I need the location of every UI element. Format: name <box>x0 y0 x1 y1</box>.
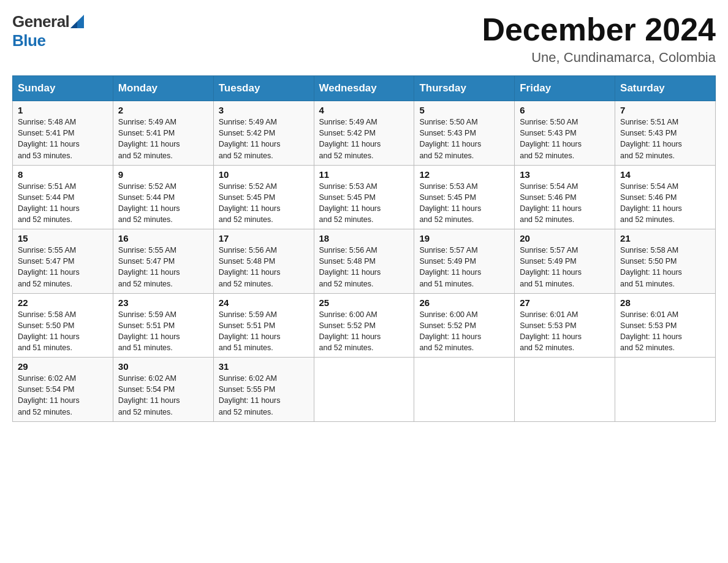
day-info: Sunrise: 5:53 AMSunset: 5:45 PMDaylight:… <box>419 181 509 226</box>
day-header-sunday: Sunday <box>13 76 113 101</box>
day-info: Sunrise: 5:50 AMSunset: 5:43 PMDaylight:… <box>520 117 610 161</box>
day-info: Sunrise: 5:57 AMSunset: 5:49 PMDaylight:… <box>520 245 610 289</box>
day-header-thursday: Thursday <box>414 76 515 101</box>
day-info: Sunrise: 5:56 AMSunset: 5:48 PMDaylight:… <box>319 245 409 289</box>
calendar-cell: 5Sunrise: 5:50 AMSunset: 5:43 PMDaylight… <box>414 101 515 166</box>
calendar-header-row: SundayMondayTuesdayWednesdayThursdayFrid… <box>13 76 716 101</box>
calendar-cell: 28Sunrise: 6:01 AMSunset: 5:53 PMDayligh… <box>615 293 716 358</box>
svg-marker-1 <box>70 21 77 28</box>
calendar-cell: 21Sunrise: 5:58 AMSunset: 5:50 PMDayligh… <box>615 229 716 294</box>
day-number: 2 <box>118 105 208 115</box>
day-info: Sunrise: 5:50 AMSunset: 5:43 PMDaylight:… <box>419 117 509 161</box>
day-info: Sunrise: 5:49 AMSunset: 5:42 PMDaylight:… <box>219 117 309 161</box>
day-number: 6 <box>520 105 610 115</box>
day-number: 30 <box>118 361 208 372</box>
day-number: 28 <box>620 297 710 308</box>
calendar-cell: 31Sunrise: 6:02 AMSunset: 5:55 PMDayligh… <box>213 358 314 422</box>
day-number: 9 <box>118 169 208 180</box>
day-info: Sunrise: 5:54 AMSunset: 5:46 PMDaylight:… <box>620 181 710 226</box>
calendar-cell: 18Sunrise: 5:56 AMSunset: 5:48 PMDayligh… <box>314 229 414 294</box>
day-number: 11 <box>319 169 409 180</box>
calendar-cell: 15Sunrise: 5:55 AMSunset: 5:47 PMDayligh… <box>13 229 113 294</box>
day-info: Sunrise: 6:02 AMSunset: 5:54 PMDaylight:… <box>18 373 108 418</box>
calendar-cell: 10Sunrise: 5:52 AMSunset: 5:45 PMDayligh… <box>213 165 314 229</box>
logo-blue-text: Blue <box>12 31 45 50</box>
day-header-saturday: Saturday <box>615 76 716 101</box>
calendar-cell <box>615 358 716 422</box>
calendar-cell: 24Sunrise: 5:59 AMSunset: 5:51 PMDayligh… <box>213 293 314 358</box>
calendar-cell: 20Sunrise: 5:57 AMSunset: 5:49 PMDayligh… <box>515 229 615 294</box>
calendar-title: December 2024 <box>482 12 716 47</box>
calendar-week-row: 15Sunrise: 5:55 AMSunset: 5:47 PMDayligh… <box>13 229 716 294</box>
calendar-cell: 11Sunrise: 5:53 AMSunset: 5:45 PMDayligh… <box>314 165 414 229</box>
calendar-cell: 16Sunrise: 5:55 AMSunset: 5:47 PMDayligh… <box>113 229 213 294</box>
calendar-cell: 26Sunrise: 6:00 AMSunset: 5:52 PMDayligh… <box>414 293 515 358</box>
day-header-monday: Monday <box>113 76 213 101</box>
calendar-cell: 13Sunrise: 5:54 AMSunset: 5:46 PMDayligh… <box>515 165 615 229</box>
calendar-cell: 3Sunrise: 5:49 AMSunset: 5:42 PMDaylight… <box>213 101 314 166</box>
day-number: 8 <box>18 169 108 180</box>
day-number: 17 <box>219 233 309 243</box>
day-info: Sunrise: 5:58 AMSunset: 5:50 PMDaylight:… <box>18 309 108 354</box>
day-info: Sunrise: 5:49 AMSunset: 5:42 PMDaylight:… <box>319 117 409 161</box>
day-header-wednesday: Wednesday <box>314 76 414 101</box>
day-number: 15 <box>18 233 108 243</box>
calendar-cell <box>414 358 515 422</box>
calendar-week-row: 22Sunrise: 5:58 AMSunset: 5:50 PMDayligh… <box>13 293 716 358</box>
day-info: Sunrise: 5:58 AMSunset: 5:50 PMDaylight:… <box>620 245 710 289</box>
day-number: 13 <box>520 169 610 180</box>
day-info: Sunrise: 5:53 AMSunset: 5:45 PMDaylight:… <box>319 181 409 226</box>
calendar-week-row: 29Sunrise: 6:02 AMSunset: 5:54 PMDayligh… <box>13 358 716 422</box>
day-info: Sunrise: 5:51 AMSunset: 5:44 PMDaylight:… <box>18 181 108 226</box>
day-info: Sunrise: 6:01 AMSunset: 5:53 PMDaylight:… <box>520 309 610 354</box>
day-number: 19 <box>419 233 509 243</box>
calendar-cell: 1Sunrise: 5:48 AMSunset: 5:41 PMDaylight… <box>13 101 113 166</box>
day-number: 3 <box>219 105 309 115</box>
calendar-week-row: 1Sunrise: 5:48 AMSunset: 5:41 PMDaylight… <box>13 101 716 166</box>
day-header-tuesday: Tuesday <box>213 76 314 101</box>
calendar-cell: 30Sunrise: 6:02 AMSunset: 5:54 PMDayligh… <box>113 358 213 422</box>
calendar-cell: 25Sunrise: 6:00 AMSunset: 5:52 PMDayligh… <box>314 293 414 358</box>
calendar-location: Une, Cundinamarca, Colombia <box>482 50 716 66</box>
calendar-cell: 19Sunrise: 5:57 AMSunset: 5:49 PMDayligh… <box>414 229 515 294</box>
day-number: 20 <box>520 233 610 243</box>
day-number: 5 <box>419 105 509 115</box>
calendar-cell: 29Sunrise: 6:02 AMSunset: 5:54 PMDayligh… <box>13 358 113 422</box>
day-number: 25 <box>319 297 409 308</box>
day-number: 14 <box>620 169 710 180</box>
day-number: 26 <box>419 297 509 308</box>
day-number: 4 <box>319 105 409 115</box>
day-info: Sunrise: 6:00 AMSunset: 5:52 PMDaylight:… <box>319 309 409 354</box>
day-info: Sunrise: 5:59 AMSunset: 5:51 PMDaylight:… <box>118 309 208 354</box>
day-info: Sunrise: 6:01 AMSunset: 5:53 PMDaylight:… <box>620 309 710 354</box>
calendar-cell: 4Sunrise: 5:49 AMSunset: 5:42 PMDaylight… <box>314 101 414 166</box>
calendar-week-row: 8Sunrise: 5:51 AMSunset: 5:44 PMDaylight… <box>13 165 716 229</box>
calendar-cell: 2Sunrise: 5:49 AMSunset: 5:41 PMDaylight… <box>113 101 213 166</box>
header: General Blue December 2024 Une, Cundinam… <box>12 12 716 66</box>
day-info: Sunrise: 5:52 AMSunset: 5:44 PMDaylight:… <box>118 181 208 226</box>
day-info: Sunrise: 5:49 AMSunset: 5:41 PMDaylight:… <box>118 117 208 161</box>
day-number: 1 <box>18 105 108 115</box>
day-number: 12 <box>419 169 509 180</box>
calendar-cell: 17Sunrise: 5:56 AMSunset: 5:48 PMDayligh… <box>213 229 314 294</box>
day-info: Sunrise: 5:55 AMSunset: 5:47 PMDaylight:… <box>118 245 208 289</box>
day-info: Sunrise: 6:00 AMSunset: 5:52 PMDaylight:… <box>419 309 509 354</box>
day-info: Sunrise: 5:52 AMSunset: 5:45 PMDaylight:… <box>219 181 309 226</box>
day-number: 23 <box>118 297 208 308</box>
calendar-cell: 7Sunrise: 5:51 AMSunset: 5:43 PMDaylight… <box>615 101 716 166</box>
day-number: 10 <box>219 169 309 180</box>
logo-triangle-icon <box>70 15 84 28</box>
calendar-table: SundayMondayTuesdayWednesdayThursdayFrid… <box>12 75 716 422</box>
day-number: 31 <box>219 361 309 372</box>
day-number: 22 <box>18 297 108 308</box>
day-number: 7 <box>620 105 710 115</box>
day-number: 24 <box>219 297 309 308</box>
calendar-cell: 22Sunrise: 5:58 AMSunset: 5:50 PMDayligh… <box>13 293 113 358</box>
calendar-cell: 6Sunrise: 5:50 AMSunset: 5:43 PMDaylight… <box>515 101 615 166</box>
calendar-cell: 9Sunrise: 5:52 AMSunset: 5:44 PMDaylight… <box>113 165 213 229</box>
calendar-cell: 27Sunrise: 6:01 AMSunset: 5:53 PMDayligh… <box>515 293 615 358</box>
day-number: 16 <box>118 233 208 243</box>
day-info: Sunrise: 5:54 AMSunset: 5:46 PMDaylight:… <box>520 181 610 226</box>
day-info: Sunrise: 5:59 AMSunset: 5:51 PMDaylight:… <box>219 309 309 354</box>
day-info: Sunrise: 5:55 AMSunset: 5:47 PMDaylight:… <box>18 245 108 289</box>
